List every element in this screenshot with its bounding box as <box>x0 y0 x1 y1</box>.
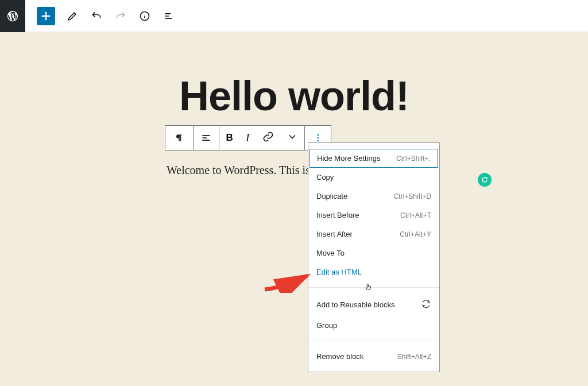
svg-point-3 <box>317 140 319 142</box>
menu-add-reusable[interactable]: Add to Reusable blocks <box>308 294 439 316</box>
label: Remove block <box>316 352 363 361</box>
menu-hide-more-settings[interactable]: Hide More Settings Ctrl+Shift+, <box>310 149 438 168</box>
grammarly-icon[interactable] <box>478 173 492 187</box>
redo-icon[interactable] <box>114 9 127 23</box>
menu-insert-before[interactable]: Insert Before Ctrl+Alt+T <box>308 206 439 225</box>
italic-icon[interactable]: I <box>246 132 249 144</box>
label: Group <box>316 321 337 330</box>
shortcut: Ctrl+Shift+D <box>394 192 431 200</box>
label: Hide More Settings <box>317 154 381 163</box>
add-block-button[interactable] <box>37 7 55 25</box>
chevron-down-icon[interactable] <box>287 131 298 145</box>
label: Duplicate <box>316 192 347 200</box>
menu-duplicate[interactable]: Duplicate Ctrl+Shift+D <box>308 187 439 206</box>
block-toolbar: B I <box>165 125 331 150</box>
post-title[interactable]: Hello world! <box>0 72 588 119</box>
editor-canvas: Hello world! B I Welcome to WordPress. T… <box>0 32 588 180</box>
link-icon[interactable] <box>262 131 274 145</box>
menu-edit-as-html[interactable]: Edit as HTML <box>308 263 439 281</box>
annotation-arrow <box>261 271 313 293</box>
cursor-pointer-icon <box>364 283 373 292</box>
label: Insert Before <box>316 211 359 219</box>
bold-icon[interactable]: B <box>226 132 233 144</box>
shortcut: Ctrl+Shift+, <box>396 155 431 163</box>
label: Insert After <box>316 230 353 238</box>
text-format-group: B I <box>219 126 305 150</box>
block-options-dropdown: Hide More Settings Ctrl+Shift+, Copy Dup… <box>308 142 440 372</box>
menu-group[interactable]: Group <box>308 316 439 335</box>
label: Edit as HTML <box>316 268 362 276</box>
menu-remove-block[interactable]: Remove block Shift+Alt+Z <box>308 347 439 366</box>
info-icon[interactable] <box>138 9 152 23</box>
list-view-icon[interactable] <box>162 9 176 23</box>
label: Copy <box>316 173 334 182</box>
align-icon[interactable] <box>194 126 220 150</box>
menu-insert-after[interactable]: Insert After Ctrl+Alt+Y <box>308 225 439 244</box>
tool-buttons <box>65 9 176 23</box>
shortcut: Shift+Alt+Z <box>397 353 431 361</box>
svg-point-2 <box>317 137 319 139</box>
label: Add to Reusable blocks <box>316 300 395 309</box>
shortcut: Ctrl+Alt+T <box>400 211 431 219</box>
label: Move To <box>316 249 345 257</box>
wordpress-logo[interactable] <box>0 0 25 32</box>
paragraph-block-icon[interactable] <box>165 126 194 150</box>
menu-copy[interactable]: Copy <box>308 168 439 187</box>
editor-top-toolbar <box>0 0 588 32</box>
menu-move-to[interactable]: Move To <box>308 244 439 263</box>
undo-icon[interactable] <box>90 9 103 23</box>
edit-pencil-icon[interactable] <box>65 9 79 23</box>
svg-point-1 <box>317 134 319 136</box>
shortcut: Ctrl+Alt+Y <box>400 230 431 238</box>
sync-icon <box>421 299 431 311</box>
